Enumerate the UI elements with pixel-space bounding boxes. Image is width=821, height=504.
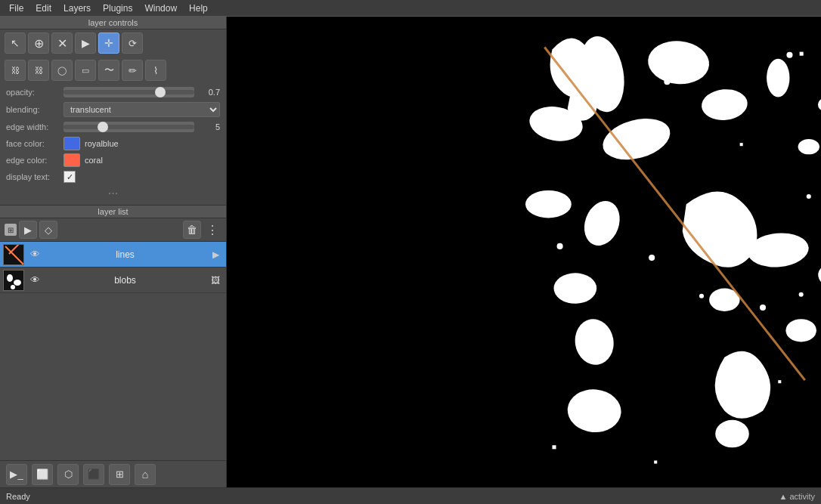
home-btn[interactable]: ⌂ — [135, 464, 156, 485]
rect-btn[interactable]: ▭ — [75, 60, 96, 81]
opacity-row: opacity: 0.7 — [0, 84, 226, 100]
svg-rect-59 — [552, 445, 556, 449]
layer-name-blobs: blobs — [45, 275, 205, 286]
display-text-row: display text: ✓ — [0, 169, 226, 185]
main-area: layer controls ↖ ⊕ ✕ ▶ ✛ ⟳ ⛓ ⛓ ◯ ▭ 〜 ✏ ⌇ — [0, 17, 821, 487]
layer-name-lines: lines — [45, 249, 205, 260]
menu-plugins[interactable]: Plugins — [97, 2, 138, 15]
edge-color-label: edge color: — [6, 156, 59, 165]
blending-label: blending: — [6, 105, 59, 114]
layer-thumb-blobs — [3, 270, 24, 291]
svg-point-41 — [786, 52, 792, 58]
layer-menu-btn[interactable]: ⋮ — [203, 223, 222, 237]
svg-point-40 — [664, 79, 670, 85]
grid-btn[interactable]: ⊞ — [109, 464, 130, 485]
face-color-label: face color: — [6, 139, 59, 148]
edge-width-label: edge width: — [6, 122, 59, 131]
edge-color-swatch[interactable] — [64, 153, 80, 167]
layer-eye-blobs[interactable]: 👁 — [27, 273, 42, 288]
svg-point-48 — [649, 255, 655, 261]
svg-point-5 — [11, 285, 15, 289]
unlink-btn[interactable]: ⛓ — [28, 60, 49, 81]
menu-window[interactable]: Window — [138, 2, 183, 15]
rotate-tool-btn[interactable]: ⟳ — [122, 32, 143, 54]
svg-point-4 — [14, 280, 21, 286]
square-btn[interactable]: ⬜ — [32, 464, 53, 485]
layer-controls-title: layer controls — [0, 17, 226, 29]
layer-list-section: layer list ⊞ ▶ ◇ 🗑 ⋮ 👁 lines — [0, 206, 226, 460]
freehand-btn[interactable]: 〜 — [98, 60, 119, 81]
face-color-swatch[interactable] — [64, 137, 80, 150]
terminal-btn[interactable]: ▶_ — [6, 464, 27, 485]
svg-rect-55 — [800, 52, 804, 56]
toolbar-row-1: ↖ ⊕ ✕ ▶ ✛ ⟳ — [0, 29, 226, 57]
ellipse-btn[interactable]: ◯ — [51, 60, 73, 81]
statusbar: Ready ▲ activity — [0, 487, 821, 504]
select-arrow-btn[interactable]: ↖ — [5, 32, 26, 54]
layer-select-btn[interactable]: ▶ — [19, 221, 37, 239]
layer-thumb-lines — [3, 244, 24, 265]
canvas-area[interactable] — [227, 17, 821, 487]
menubar: File Edit Layers Plugins Window Help — [0, 0, 821, 17]
layer-paint-btn[interactable]: ◇ — [39, 221, 57, 239]
toolbar-row-2: ⛓ ⛓ ◯ ▭ 〜 ✏ ⌇ — [0, 57, 226, 84]
blending-select[interactable]: translucent normal multiply screen — [64, 102, 220, 117]
layer-row-blobs[interactable]: 👁 blobs 🖼 — [0, 267, 226, 293]
expand-dots[interactable]: ··· — [0, 185, 226, 202]
edge-width-slider[interactable] — [64, 122, 194, 132]
activity-text[interactable]: ▲ activity — [779, 492, 815, 501]
svg-point-44 — [807, 194, 811, 199]
layer-controls-section: layer controls ↖ ⊕ ✕ ▶ ✛ ⟳ ⛓ ⛓ ◯ ▭ 〜 ✏ ⌇ — [0, 17, 226, 206]
opacity-label: opacity: — [6, 88, 59, 97]
svg-point-20 — [554, 273, 597, 304]
svg-point-3 — [7, 274, 13, 282]
layer-delete-btn[interactable]: 🗑 — [183, 221, 201, 239]
display-text-checkbox[interactable]: ✓ — [64, 171, 76, 183]
canvas-svg — [227, 17, 821, 487]
layer-list-title: layer list — [0, 206, 226, 218]
svg-point-25 — [798, 139, 819, 154]
layer-arrow-lines: ▶ — [208, 247, 223, 262]
edge-color-name: coral — [85, 156, 103, 165]
svg-point-12 — [767, 59, 789, 97]
layer-eye-lines[interactable]: 👁 — [27, 247, 42, 262]
layer-list-toolbar: ⊞ ▶ ◇ 🗑 ⋮ — [0, 218, 226, 242]
svg-rect-60 — [654, 461, 657, 464]
blending-row: blending: translucent normal multiply sc… — [0, 100, 226, 119]
svg-point-47 — [557, 243, 563, 249]
opacity-slider[interactable] — [64, 87, 194, 97]
move-tool-btn[interactable]: ✛ — [98, 32, 119, 54]
layer-row-lines[interactable]: 👁 lines ▶ — [0, 242, 226, 267]
box-3d-btn[interactable]: ⬡ — [57, 464, 79, 485]
svg-point-18 — [525, 190, 572, 218]
shape-out-btn[interactable]: ⬛ — [83, 464, 104, 485]
svg-rect-56 — [740, 143, 743, 146]
svg-point-51 — [799, 292, 804, 297]
select-tool-btn[interactable]: ▶ — [75, 32, 96, 54]
opacity-value: 0.7 — [199, 88, 220, 97]
display-text-label: display text: — [6, 172, 59, 181]
face-color-row: face color: royalblue — [0, 135, 226, 152]
svg-point-24 — [715, 420, 749, 447]
pencil-btn[interactable]: ✏ — [122, 60, 143, 81]
left-panel: layer controls ↖ ⊕ ✕ ▶ ✛ ⟳ ⛓ ⛓ ◯ ▭ 〜 ✏ ⌇ — [0, 17, 227, 487]
path-btn[interactable]: ⌇ — [145, 60, 166, 81]
edge-width-value: 5 — [199, 122, 220, 131]
menu-help[interactable]: Help — [183, 2, 214, 15]
face-color-name: royalblue — [85, 139, 119, 148]
link-btn[interactable]: ⛓ — [5, 60, 26, 81]
svg-point-33 — [785, 319, 816, 342]
svg-point-50 — [760, 305, 766, 311]
status-text: Ready — [6, 492, 30, 501]
bottom-toolbar: ▶_ ⬜ ⬡ ⬛ ⊞ ⌂ — [0, 460, 226, 487]
edge-color-row: edge color: coral — [0, 152, 226, 169]
menu-edit[interactable]: Edit — [29, 2, 57, 15]
menu-file[interactable]: File — [3, 2, 29, 15]
svg-point-49 — [699, 294, 704, 298]
menu-layers[interactable]: Layers — [57, 2, 97, 15]
layer-mode-btn1[interactable]: ⊞ — [5, 224, 17, 236]
edge-width-row: edge width: 5 — [0, 119, 226, 135]
remove-node-btn[interactable]: ✕ — [51, 32, 73, 54]
svg-rect-57 — [778, 380, 781, 383]
add-node-btn[interactable]: ⊕ — [28, 32, 49, 54]
